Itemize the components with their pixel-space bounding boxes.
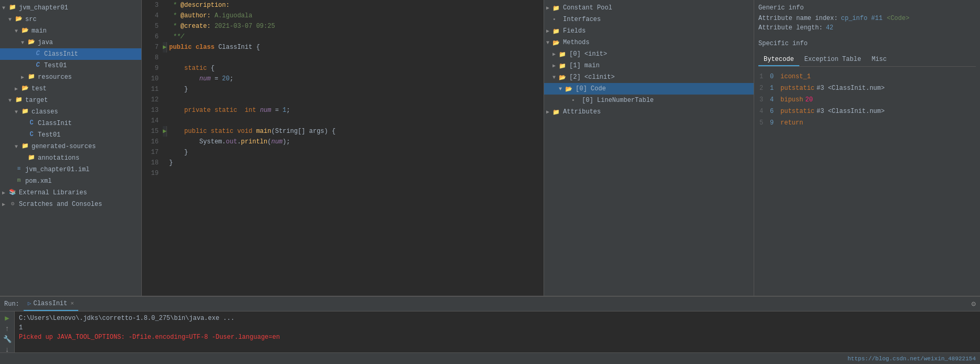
bc-item-constant-pool[interactable]: ▶ 📁 Constant Pool [544,2,754,14]
bc-item-fields[interactable]: ▶ 📁 Fields [544,25,754,37]
attr-name-row: Attribute name index: cp_info #11 <Code> [758,15,976,22]
bc-item-methods[interactable]: ▼ 📂 Methods [544,37,754,48]
tree-item-classes[interactable]: ▼ 📁 classes [0,106,141,118]
tree-item-external-libs[interactable]: ▶ 📚 External Libraries [0,187,141,199]
tree-item-pom[interactable]: m pom.xml [0,175,141,187]
bc-instr-1: iconst_1 [780,71,811,82]
bc-item-linenumbertable[interactable]: ▪ [0] LineNumberTable [544,95,754,106]
bytecode-tabs: Bytecode Exception Table Misc [758,54,976,67]
tree-item-iml[interactable]: ≡ jvm_chapter01.iml [0,164,141,175]
code-line-4: 4 * @author: A.iguodala [142,11,544,21]
run-toolbar: ▶ ↑ 🔧 ↓ ≡ [0,311,15,352]
tab-bytecode[interactable]: Bytecode [758,54,799,66]
folder-icon-generated-sources: 📁 [21,142,29,151]
bc-label-constant-pool: Constant Pool [563,4,612,12]
tree-item-generated-sources[interactable]: ▼ 📁 generated-sources [0,141,141,152]
folder-icon-test: 📂 [21,85,29,93]
run-tab-close[interactable]: × [70,300,74,307]
bc-label-methods: Methods [563,39,589,46]
bc-offset-4: 6 [770,106,780,117]
line-content-7: public class ClassInit { [167,42,544,53]
line-content-9: static { [167,63,544,74]
tree-arrow-external-libs: ▶ [2,190,8,196]
bc-idx-1: 1 [759,71,770,82]
line-content-4: * @author: A.iguodala [167,11,544,21]
bc-item-main-method[interactable]: ▶ 📁 [1] main [544,60,754,71]
line-content-16: System.out.println(num); [167,137,544,147]
gear-icon-scratches: ⚙ [8,200,17,209]
run-down-button[interactable]: ↓ [5,346,9,352]
bc-instr-5: return [780,118,803,128]
run-play-button[interactable]: ▶ [5,314,9,323]
tree-item-java[interactable]: ▼ 📂 java [0,37,141,48]
xml-icon-pom: m [15,177,23,185]
tree-item-scratches[interactable]: ▶ ⚙ Scratches and Consoles [0,199,141,210]
code-line-6: 6 **/ [142,32,544,42]
tree-label-test: test [32,85,47,92]
gutter-7: ▶ [163,42,167,53]
tree-arrow-test: ▶ [15,86,21,92]
tree-label-iml: jvm_chapter01.iml [25,166,89,173]
code-line-7: 7 ▶ public class ClassInit { [142,42,544,53]
run-up-button[interactable]: ↑ [5,325,9,333]
run-tabs-bar: Run: ▷ ClassInit × ⚙ [0,297,980,311]
run-wrench-button[interactable]: 🔧 [3,335,12,344]
line-content-15: public static void main(String[] args) { [167,126,544,137]
bc-label-fields: Fields [563,27,586,35]
attr-length-val: 42 [826,24,833,32]
line-number-15: 15 [142,126,163,137]
line-content-5: * @create: 2021-03-07 09:25 [167,21,544,32]
bc-line-4: 4 6 putstatic #3 <ClassInit.num> [758,106,976,117]
main-container: ▼ 📁 jvm_chapter01 ▼ 📂 src ▼ 📂 main ▼ 📂 j… [0,0,980,296]
bc-item-clinit[interactable]: ▼ 📂 [2] <clinit> [544,71,754,83]
tab-exception-table[interactable]: Exception Table [799,54,867,66]
tree-item-src[interactable]: ▼ 📂 src [0,14,141,25]
specific-info-title: Specific info [758,40,976,47]
status-url: https://blog.csdn.net/weixin_48922154 [848,356,976,362]
java-icon-ClassInit: C [34,50,42,58]
tree-arrow-scratches: ▶ [2,201,8,207]
tree-item-test[interactable]: ▶ 📂 test [0,83,141,95]
line-number-12: 12 [142,95,163,105]
tree-item-jvm_chapter01[interactable]: ▼ 📁 jvm_chapter01 [0,2,141,14]
bc-instr-2: putstatic [780,83,815,93]
bc-label-linenumbertable: [0] LineNumberTable [582,97,654,104]
tree-label-generated-sources: generated-sources [32,143,96,150]
bc-item-code[interactable]: ▼ 📂 [0] Code [544,83,754,95]
tree-label-java: java [38,39,53,46]
tree-item-Test01-class[interactable]: C Test01 [0,129,141,141]
tree-item-ClassInit-class[interactable]: C ClassInit [0,118,141,129]
class-icon-Test01: C [27,131,36,139]
run-tab-ClassInit[interactable]: ▷ ClassInit × [24,297,78,311]
bc-idx-5: 5 [759,118,770,128]
settings-icon[interactable]: ⚙ [972,299,976,308]
tree-label-Test01: Test01 [44,62,67,69]
code-line-19: 19 [142,168,544,179]
line-content-11: } [167,84,544,95]
tree-item-ClassInit[interactable]: C ClassInit [0,48,141,60]
tree-item-Test01[interactable]: C Test01 [0,60,141,71]
class-icon-ClassInit: C [27,119,36,128]
bc-item-attributes[interactable]: ▶ 📁 Attributes [544,106,754,118]
code-line-16: 16 System.out.println(num); [142,137,544,147]
bc-line-5: 5 9 return [758,117,976,129]
bc-item-init[interactable]: ▶ 📁 [0] <init> [544,48,754,60]
line-number-14: 14 [142,116,163,126]
tree-item-resources[interactable]: ▶ 📁 resources [0,71,141,83]
code-line-12: 12 [142,95,544,105]
line-number-17: 17 [142,147,163,158]
bc-label-main-method: [1] main [569,62,600,69]
tab-misc[interactable]: Misc [867,54,892,66]
tree-label-external-libs: External Libraries [19,189,87,196]
folder-icon-target: 📁 [15,96,23,105]
line-number-18: 18 [142,158,163,168]
tree-arrow-target: ▼ [8,98,15,103]
code-line-5: 5 * @create: 2021-03-07 09:25 [142,21,544,32]
line-number-9: 9 [142,63,163,74]
tree-item-target[interactable]: ▼ 📁 target [0,95,141,106]
tree-item-main[interactable]: ▼ 📂 main [0,25,141,37]
run-tab-icon: ▷ [28,300,32,307]
bc-item-interfaces[interactable]: ▪ Interfaces [544,14,754,25]
tree-item-annotations[interactable]: 📁 annotations [0,152,141,164]
code-line-9: 9 static { [142,63,544,74]
